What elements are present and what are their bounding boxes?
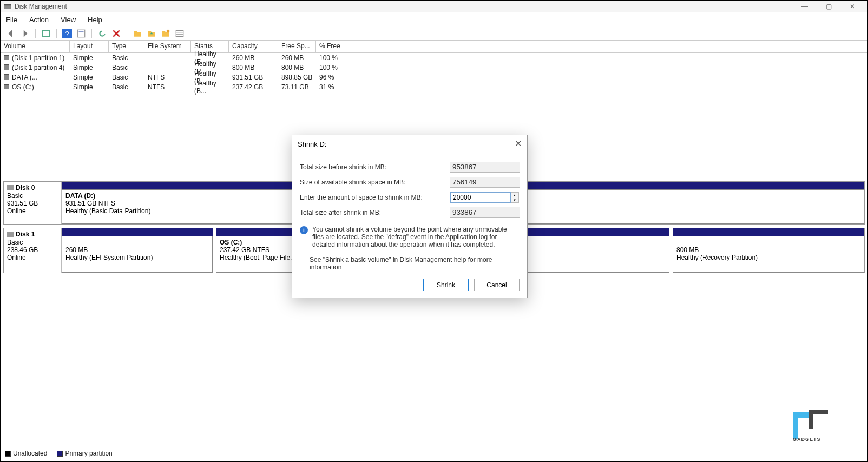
disk0-size: 931.51 GB: [7, 200, 58, 207]
volume-icon: [4, 75, 9, 80]
legend-unallocated: Unallocated: [13, 450, 47, 457]
properties-icon[interactable]: [76, 29, 86, 38]
svg-rect-6: [79, 31, 84, 32]
spin-down-icon[interactable]: ▼: [511, 197, 518, 202]
info-icon: i: [300, 226, 308, 234]
partition-info: 800 MB: [676, 246, 860, 254]
partition-health: Healthy (Recovery Partition): [676, 254, 860, 261]
volume-icon: [4, 56, 9, 60]
disk1-type: Basic: [7, 239, 58, 246]
volume-icon: [4, 85, 9, 89]
col-volume[interactable]: Volume: [1, 41, 70, 52]
volume-table: Volume Layout Type File System Status Ca…: [1, 41, 867, 92]
label-total-after: Total size after shrink in MB:: [300, 209, 450, 216]
volume-icon: [4, 65, 9, 70]
label-total-before: Total size before shrink in MB:: [300, 163, 450, 171]
legend-primary: Primary partition: [65, 450, 112, 457]
folder-new-icon[interactable]: [161, 29, 170, 38]
col-type[interactable]: Type: [109, 41, 144, 52]
svg-rect-1: [4, 4, 11, 5]
value-total-after: [450, 207, 520, 218]
refresh-icon[interactable]: [97, 29, 107, 38]
legend: Unallocated Primary partition: [5, 450, 113, 457]
help-icon[interactable]: ?: [62, 29, 72, 38]
folder-up-icon[interactable]: [147, 29, 156, 38]
dialog-more-text: See "Shrink a basic volume" in Disk Mana…: [292, 252, 527, 273]
disk-icon: [7, 185, 14, 190]
disk1-header[interactable]: Disk 1 Basic 238.46 GB Online: [4, 228, 62, 273]
close-button[interactable]: ✕: [840, 1, 864, 12]
dialog-titlebar: Shrink D: ✕: [292, 135, 527, 153]
disk1-bar-p1: [62, 228, 213, 236]
table-header: Volume Layout Type File System Status Ca…: [1, 41, 867, 53]
col-fs[interactable]: File System: [144, 41, 191, 52]
disk1-status: Online: [7, 254, 58, 261]
legend-primary-swatch: [57, 451, 63, 457]
svg-rect-14: [813, 414, 828, 429]
col-capacity[interactable]: Capacity: [229, 41, 278, 52]
minimize-button[interactable]: —: [793, 1, 817, 12]
value-avail: [450, 177, 520, 188]
shrink-amount-spinner[interactable]: ▲▼: [450, 192, 520, 203]
close-icon[interactable]: ✕: [515, 140, 522, 148]
svg-rect-8: [176, 30, 183, 36]
disk0-header[interactable]: Disk 0 Basic 931.51 GB Online: [4, 182, 62, 224]
cancel-button[interactable]: Cancel: [474, 279, 520, 291]
shrink-amount-input[interactable]: [450, 192, 511, 203]
forward-icon[interactable]: [20, 29, 30, 38]
table-row[interactable]: OS (C:)SimpleBasicNTFSHealthy (B...237.4…: [1, 82, 867, 92]
table-row[interactable]: (Disk 1 partition 1)SimpleBasicHealthy (…: [1, 53, 867, 63]
show-hide-icon[interactable]: [41, 29, 51, 38]
svg-rect-2: [42, 30, 50, 36]
value-total-before: [450, 162, 520, 173]
list-icon[interactable]: [175, 29, 185, 38]
partition-health: Healthy (EFI System Partition): [65, 254, 209, 261]
partition-info: 260 MB: [65, 246, 209, 254]
menu-view[interactable]: View: [61, 16, 76, 24]
col-pct[interactable]: % Free: [316, 41, 358, 52]
table-row[interactable]: DATA (...SimpleBasicNTFSHealthy (B...931…: [1, 72, 867, 82]
legend-unallocated-swatch: [5, 451, 11, 457]
window-titlebar: Disk Management — ▢ ✕: [1, 1, 867, 12]
menu-help[interactable]: Help: [88, 16, 102, 24]
shrink-button[interactable]: Shrink: [423, 279, 469, 291]
disk1-bar-p3: [673, 228, 864, 236]
window-title: Disk Management: [15, 3, 67, 10]
spin-up-icon[interactable]: ▲: [511, 193, 518, 197]
dialog-title: Shrink D:: [298, 140, 326, 148]
dialog-info-text: You cannot shrink a volume beyond the po…: [312, 226, 520, 248]
col-free[interactable]: Free Sp...: [278, 41, 316, 52]
disk0-type: Basic: [7, 192, 58, 200]
disk1-partition-efi[interactable]: 260 MB Healthy (EFI System Partition): [62, 236, 213, 273]
toolbar: ?: [1, 27, 867, 41]
svg-rect-5: [77, 30, 85, 37]
watermark-logo: GADGETS: [793, 410, 858, 444]
disk-icon: [7, 232, 14, 237]
label-avail: Size of available shrink space in MB:: [300, 179, 450, 186]
folder-icon[interactable]: [133, 29, 142, 38]
table-row[interactable]: (Disk 1 partition 4)SimpleBasicHealthy (…: [1, 63, 867, 72]
maximize-button[interactable]: ▢: [817, 1, 840, 12]
app-icon: [4, 3, 11, 10]
shrink-dialog: Shrink D: ✕ Total size before shrink in …: [292, 135, 528, 298]
back-icon[interactable]: [6, 29, 16, 38]
menu-action[interactable]: Action: [29, 16, 49, 24]
disk1-size: 238.46 GB: [7, 246, 58, 254]
disk0-status: Online: [7, 207, 58, 215]
label-amount: Enter the amount of space to shrink in M…: [300, 194, 450, 201]
disk1-partition-recovery[interactable]: 800 MB Healthy (Recovery Partition): [673, 236, 864, 273]
menu-file[interactable]: File: [6, 16, 17, 24]
svg-text:GADGETS: GADGETS: [793, 437, 821, 442]
svg-text:?: ?: [65, 30, 69, 38]
menu-bar: File Action View Help: [1, 12, 867, 27]
svg-point-7: [167, 30, 170, 33]
col-layout[interactable]: Layout: [70, 41, 109, 52]
disk0-name: Disk 0: [16, 184, 35, 192]
dialog-info: i You cannot shrink a volume beyond the …: [292, 222, 527, 252]
delete-icon[interactable]: [111, 29, 121, 38]
disk1-name: Disk 1: [16, 230, 35, 238]
